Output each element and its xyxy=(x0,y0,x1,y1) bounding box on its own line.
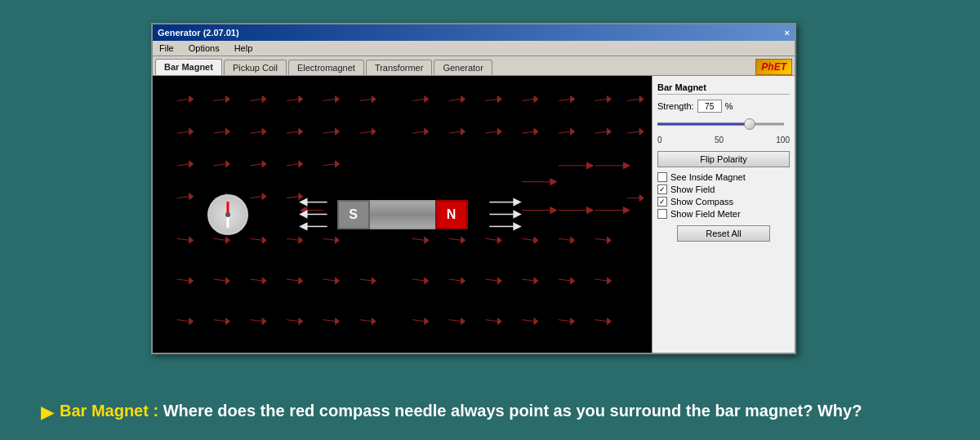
svg-marker-55 xyxy=(225,161,229,167)
bar-magnet[interactable]: S N xyxy=(337,200,468,229)
svg-marker-87 xyxy=(189,237,194,243)
strength-value: 75 xyxy=(697,100,722,113)
menu-help[interactable]: Help xyxy=(231,42,256,54)
svg-marker-49 xyxy=(607,128,611,135)
svg-marker-123 xyxy=(461,278,466,284)
svg-marker-149 xyxy=(497,318,501,325)
svg-marker-103 xyxy=(534,237,538,243)
compass xyxy=(207,194,248,235)
checkbox-row-show-compass[interactable]: Show Compass xyxy=(657,197,790,207)
svg-line-72 xyxy=(250,197,262,198)
svg-marker-119 xyxy=(372,278,376,284)
svg-marker-151 xyxy=(534,318,538,325)
svg-marker-65 xyxy=(587,162,594,169)
svg-marker-31 xyxy=(262,128,266,135)
svg-marker-7 xyxy=(299,96,303,102)
svg-marker-75 xyxy=(299,193,303,200)
slider-labels: 0 50 100 xyxy=(657,136,790,144)
reset-all-button[interactable]: Reset All xyxy=(677,225,769,242)
svg-marker-45 xyxy=(534,128,538,135)
title-bar: Generator (2.07.01) × xyxy=(153,24,795,41)
svg-line-8 xyxy=(323,99,336,100)
svg-marker-143 xyxy=(372,318,376,325)
strength-label: Strength: xyxy=(657,101,694,111)
svg-marker-133 xyxy=(189,318,194,325)
strength-slider[interactable] xyxy=(657,116,784,132)
svg-line-46 xyxy=(559,131,571,133)
svg-marker-113 xyxy=(262,278,266,284)
control-panel: Bar Magnet Strength: 75 % 0 50 100 xyxy=(652,76,795,353)
svg-marker-109 xyxy=(189,278,194,284)
svg-line-90 xyxy=(250,238,262,240)
svg-line-38 xyxy=(412,131,425,133)
tab-pickup-coil[interactable]: Pickup Coil xyxy=(224,60,287,75)
svg-marker-95 xyxy=(336,237,340,243)
compass-center xyxy=(225,212,230,217)
magnet-s-pole: S xyxy=(337,200,370,229)
svg-line-154 xyxy=(595,320,607,322)
svg-line-22 xyxy=(595,99,607,100)
svg-marker-63 xyxy=(550,179,557,185)
svg-line-10 xyxy=(359,99,372,100)
menu-file[interactable]: File xyxy=(156,42,177,54)
svg-line-32 xyxy=(287,131,299,133)
svg-marker-3 xyxy=(225,96,229,102)
checkbox-row-show-field-meter[interactable]: Show Field Meter xyxy=(657,209,790,219)
tab-electromagnet[interactable]: Electromagnet xyxy=(288,60,364,75)
tab-transformer[interactable]: Transformer xyxy=(366,60,433,75)
svg-marker-39 xyxy=(425,128,429,135)
svg-marker-135 xyxy=(225,318,229,325)
svg-marker-161 xyxy=(514,223,520,229)
checkbox-show-field-meter[interactable] xyxy=(657,209,667,219)
svg-marker-139 xyxy=(299,318,303,325)
checkbox-see-inside[interactable] xyxy=(657,172,667,182)
svg-marker-155 xyxy=(607,318,611,325)
checkbox-row-see-inside[interactable]: See Inside Magnet xyxy=(657,172,790,182)
svg-marker-141 xyxy=(336,318,340,325)
svg-line-68 xyxy=(177,197,189,198)
svg-marker-105 xyxy=(571,237,575,243)
svg-line-50 xyxy=(627,131,639,133)
svg-marker-157 xyxy=(514,199,520,206)
svg-line-14 xyxy=(449,99,461,100)
svg-line-88 xyxy=(214,238,226,240)
svg-line-42 xyxy=(485,131,497,133)
svg-line-60 xyxy=(323,164,336,166)
svg-marker-89 xyxy=(225,237,229,243)
menu-options[interactable]: Options xyxy=(185,42,223,54)
svg-marker-131 xyxy=(607,278,611,284)
svg-line-18 xyxy=(522,99,534,100)
svg-marker-125 xyxy=(497,278,501,284)
svg-marker-9 xyxy=(336,96,340,102)
svg-line-128 xyxy=(559,279,571,281)
svg-line-130 xyxy=(595,279,607,281)
tab-bar-magnet[interactable]: Bar Magnet xyxy=(155,59,222,75)
flip-polarity-button[interactable]: Flip Polarity xyxy=(657,151,790,167)
svg-line-96 xyxy=(412,238,425,240)
svg-marker-19 xyxy=(534,96,538,102)
close-button[interactable]: × xyxy=(785,28,790,38)
simulation-area: S N xyxy=(153,76,652,353)
svg-line-28 xyxy=(214,131,226,133)
strength-control: Strength: 75 % 0 50 100 xyxy=(657,100,790,144)
svg-marker-79 xyxy=(550,207,557,214)
checkbox-show-compass[interactable] xyxy=(657,197,667,207)
slider-thumb[interactable] xyxy=(744,118,755,130)
tab-generator[interactable]: Generator xyxy=(434,60,492,75)
svg-line-148 xyxy=(485,320,497,322)
svg-line-116 xyxy=(323,279,336,281)
svg-line-54 xyxy=(214,164,226,166)
svg-marker-129 xyxy=(571,278,575,284)
menu-bar: File Options Help xyxy=(153,41,795,56)
svg-marker-163 xyxy=(301,199,307,206)
svg-marker-59 xyxy=(299,161,303,167)
svg-marker-41 xyxy=(461,128,466,135)
svg-marker-27 xyxy=(189,128,194,135)
magnet-body xyxy=(370,200,435,229)
checkbox-row-show-field[interactable]: Show Field xyxy=(657,184,790,194)
svg-line-86 xyxy=(177,238,189,240)
svg-line-26 xyxy=(177,131,189,133)
svg-marker-97 xyxy=(425,237,429,243)
svg-line-98 xyxy=(449,238,461,240)
checkbox-show-field[interactable] xyxy=(657,184,667,194)
